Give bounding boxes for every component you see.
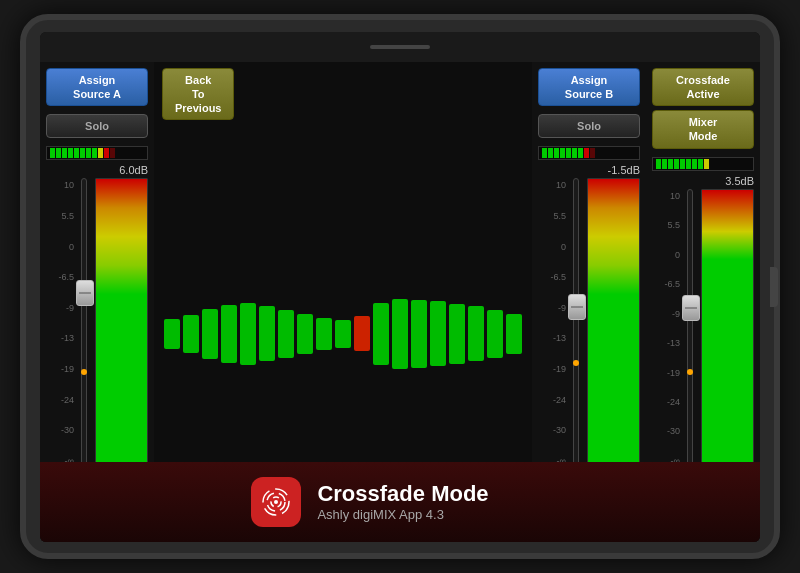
cf-bar [487,310,503,358]
tablet: Assign Source A Solo [20,14,780,559]
top-bar [40,32,760,62]
fader-track-b[interactable] [568,178,584,468]
cf-bar [278,310,294,358]
cf-bar [373,303,389,365]
fader-area-b [568,178,640,468]
fader-knob-c[interactable] [682,295,700,321]
fader-knob-b[interactable] [568,294,586,320]
mixer-mode-button[interactable]: Mixer Mode [652,110,754,149]
cf-bar [468,306,484,361]
cf-bar [202,309,218,359]
vu-meter-b [538,146,640,160]
back-to-previous-button[interactable]: Back To Previous [162,68,234,121]
cf-bar [354,316,370,351]
vu-meter-a [46,146,148,160]
app-text: Crossfade Mode Ashly digiMIX App 4.3 [317,481,488,522]
scale-col-b: 10 5.5 0 -6.5 -9 -13 -19 -24 -30 -∞ [538,178,566,468]
vu-meter-c [652,157,754,171]
cf-bar [506,314,522,354]
cf-bars-container [164,299,522,369]
app-subtitle: Ashly digiMIX App 4.3 [317,507,488,522]
cf-bar [392,299,408,369]
scale-col-c: 10 5.5 0 -6.5 -9 -13 -19 -24 -30 -∞ [652,189,680,468]
fader-track-a[interactable] [76,178,92,468]
cf-bar [221,305,237,363]
bottom-center-info: Crossfade Mode Ashly digiMIX App 4.3 [170,477,570,527]
top-bar-line [370,45,430,49]
cf-bar [411,300,427,368]
meter-a [95,178,148,468]
svg-point-0 [274,500,278,504]
db-label-a: 6.0dB [46,164,148,176]
spiral-svg [258,484,294,520]
fader-knob-a[interactable] [76,280,94,306]
scale-col-a: 10 5.5 0 -6.5 -9 -13 -19 -24 -30 -∞ [46,178,74,468]
assign-source-a-button[interactable]: Assign Source A [46,68,148,107]
cf-bar [297,314,313,354]
app-title: Crossfade Mode [317,481,488,507]
screen: Assign Source A Solo [40,32,760,542]
cf-bar [240,303,256,365]
cf-bar [164,319,180,349]
meter-b [587,178,640,468]
meter-c [701,189,754,468]
bottom-bar: Crossfade Mode Ashly digiMIX App 4.3 [40,462,760,542]
solo-a-button[interactable]: Solo [46,114,148,138]
cf-bar [316,318,332,350]
fader-area-a [76,178,148,468]
db-label-b: -1.5dB [538,164,640,176]
left-panel-top: Assign Source A Solo [46,68,148,139]
app-icon [251,477,301,527]
right-panel-c-top: Crossfade Active Mixer Mode [652,68,754,149]
tablet-side-button [770,267,778,307]
solo-b-button[interactable]: Solo [538,114,640,138]
right-panel-b-top: Assign Source B Solo [538,68,640,139]
center-top: Back To Previous [154,62,532,127]
cf-bar [449,304,465,364]
crossfade-active-button[interactable]: Crossfade Active [652,68,754,107]
cf-bar [430,301,446,366]
cf-bar [259,306,275,361]
assign-source-b-button[interactable]: Assign Source B [538,68,640,107]
cf-bar [183,315,199,353]
db-label-c: 3.5dB [652,175,754,187]
fader-track-c[interactable] [682,189,698,468]
cf-bar [335,320,351,348]
fader-area-c [682,189,754,468]
